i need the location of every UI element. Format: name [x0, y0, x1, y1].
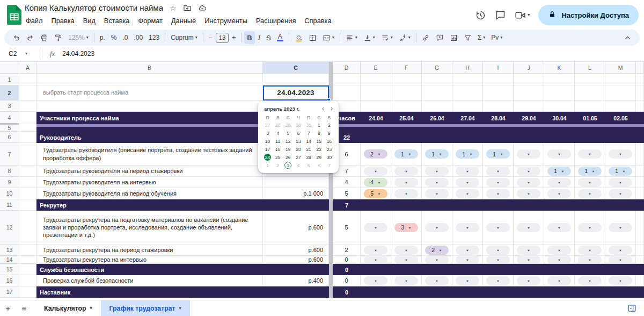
dropdown-chip[interactable]: ▼: [578, 149, 602, 159]
cell-G14[interactable]: ▼: [422, 256, 452, 264]
cell-J10[interactable]: ▼: [514, 188, 544, 199]
cell-A3[interactable]: [19, 100, 36, 112]
cell-J3[interactable]: [514, 100, 544, 112]
pv-button[interactable]: Pv▾: [488, 31, 505, 44]
section-row-15[interactable]: Служба безопасности0: [36, 264, 644, 275]
cell-J9[interactable]: ▼: [514, 177, 544, 188]
cell-I8[interactable]: ▼: [483, 166, 514, 177]
cell-M16[interactable]: ▼: [605, 275, 636, 286]
calendar-day[interactable]: 22: [314, 145, 324, 153]
calendar-day[interactable]: 7: [324, 161, 334, 169]
functions-button[interactable]: Σ▾: [475, 31, 488, 44]
dropdown-chip[interactable]: ▼: [364, 246, 387, 255]
cell-B9[interactable]: Трудозатраты руководителя на интервью: [36, 177, 263, 188]
row-header-7[interactable]: 7: [0, 143, 19, 166]
calendar-day[interactable]: 4: [273, 129, 283, 137]
calendar-day[interactable]: 1: [262, 161, 273, 169]
cell-D9[interactable]: 4: [333, 177, 361, 188]
italic-button[interactable]: I: [255, 31, 263, 44]
cell-B12[interactable]: Трудозатраты рекрутера на подготовку мат…: [36, 211, 263, 245]
calendar-day[interactable]: 30: [324, 153, 334, 161]
share-button[interactable]: Настройки Доступа: [538, 5, 639, 25]
cell-M13[interactable]: ▼: [605, 245, 636, 256]
cell-D12[interactable]: 5: [333, 211, 361, 245]
row-header-16[interactable]: 16: [0, 275, 19, 286]
cell-L14[interactable]: ▼: [575, 256, 605, 264]
dropdown-chip[interactable]: 2▼: [425, 246, 449, 255]
cell-A4[interactable]: [19, 112, 36, 124]
cell-B7[interactable]: Тудозатраты руководителя (описание портр…: [36, 143, 263, 166]
cell-E16[interactable]: ▼: [361, 275, 391, 286]
font-family-button[interactable]: Cuprum▾: [168, 31, 200, 44]
dropdown-chip[interactable]: ▼: [517, 276, 540, 285]
cell-C16[interactable]: р.400: [263, 275, 329, 286]
row-header-13[interactable]: 13: [0, 245, 19, 256]
cell-L3[interactable]: [575, 100, 605, 112]
comments-button[interactable]: [495, 10, 506, 21]
cell-C1[interactable]: [263, 74, 329, 85]
calendar-day[interactable]: 5: [304, 161, 314, 169]
cell-G12[interactable]: ▼: [422, 211, 452, 245]
calendar-day[interactable]: 12: [283, 137, 293, 145]
create-filter-button[interactable]: [461, 31, 474, 44]
horizontal-align-button[interactable]: ▾: [343, 31, 360, 44]
increase-font-size-button[interactable]: +: [229, 31, 238, 44]
name-box[interactable]: C2 ▾: [0, 50, 42, 58]
section-row-6[interactable]: Руководитель22: [36, 132, 644, 143]
calendar-day[interactable]: 10: [262, 137, 273, 145]
dropdown-chip[interactable]: ▼: [394, 276, 418, 285]
calendar-day[interactable]: 3: [283, 161, 293, 169]
cell-F1[interactable]: [391, 74, 422, 85]
calendar-day[interactable]: 26: [283, 153, 293, 161]
cell-A10[interactable]: [19, 188, 36, 199]
dropdown-chip[interactable]: ▼: [486, 178, 510, 187]
dropdown-chip[interactable]: ▼: [394, 178, 418, 187]
cell-K13[interactable]: ▼: [544, 245, 575, 256]
cell-M8[interactable]: 1▼: [605, 166, 636, 177]
dropdown-chip[interactable]: 1▼: [425, 149, 449, 159]
dropdown-chip[interactable]: 1▼: [394, 149, 418, 159]
section-row-11[interactable]: Рекрутер7: [36, 199, 644, 211]
cell-D13[interactable]: 2: [333, 245, 361, 256]
cell-G1[interactable]: [422, 74, 452, 85]
cell-I13[interactable]: ▼: [483, 245, 514, 256]
doc-title[interactable]: Копия Калькулятор стоимости найма: [25, 3, 163, 12]
cell-B16[interactable]: Проверка службой безопасности: [36, 275, 263, 286]
cell-H13[interactable]: ▼: [452, 245, 483, 256]
calendar-day[interactable]: 20: [293, 145, 303, 153]
sheets-logo-icon[interactable]: [7, 5, 21, 24]
calendar-day[interactable]: 31: [304, 121, 314, 129]
cell-K3[interactable]: [544, 100, 575, 112]
print-button[interactable]: [38, 31, 51, 44]
cell-H3[interactable]: [452, 100, 483, 112]
cell-J13[interactable]: ▼: [514, 245, 544, 256]
calendar-day[interactable]: 5: [283, 129, 293, 137]
dropdown-chip[interactable]: ▼: [517, 246, 540, 255]
menu-Данные[interactable]: Данные: [167, 15, 200, 26]
cell-A13[interactable]: [19, 245, 36, 256]
cell-M3[interactable]: [605, 100, 636, 112]
calendar-day[interactable]: 15: [314, 137, 324, 145]
undo-button[interactable]: [10, 31, 23, 44]
dropdown-chip[interactable]: ▼: [547, 178, 571, 187]
dropdown-chip[interactable]: ▼: [609, 276, 632, 285]
cell-F10[interactable]: ▼: [391, 188, 422, 199]
cell-J12[interactable]: ▼: [514, 211, 544, 245]
cell-I2[interactable]: [483, 85, 514, 100]
cell-G13[interactable]: 2▼: [422, 245, 452, 256]
cell-H14[interactable]: ▼: [452, 256, 483, 264]
cell-A9[interactable]: [19, 177, 36, 188]
section-row-4[interactable]: Участники процесса наймачасов24.0425.042…: [36, 112, 644, 124]
side-panel-toggle[interactable]: [627, 304, 636, 313]
dropdown-chip[interactable]: ▼: [609, 246, 632, 255]
cell-A2[interactable]: [19, 85, 36, 100]
strikethrough-button[interactable]: S: [264, 31, 274, 44]
dropdown-chip[interactable]: ▼: [517, 189, 540, 198]
select-all-corner[interactable]: [0, 62, 19, 74]
cell-A12[interactable]: [19, 211, 36, 245]
dropdown-chip[interactable]: ▼: [394, 256, 418, 264]
dropdown-chip[interactable]: ▼: [486, 223, 510, 232]
cell-E13[interactable]: ▼: [361, 245, 391, 256]
dropdown-chip[interactable]: 5▼: [364, 189, 387, 198]
merge-cells-button[interactable]: ▾: [320, 31, 337, 44]
